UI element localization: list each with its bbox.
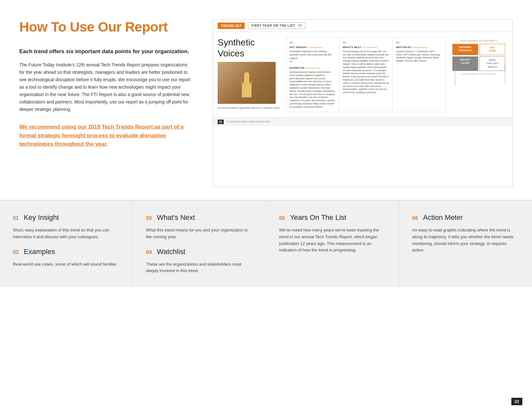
trend-card-preview: TREND 057 FIRST YEAR ON THE LIST 05 Synt… <box>213 19 513 187</box>
data-col-04: 04 WATCHLIST ●●●●●●●●●● Lyrebird; Amazon… <box>393 37 446 112</box>
left-content: How To Use Our Report Each trend offers … <box>19 19 200 187</box>
bottom-col-3: 05 Years On The List We've noted how man… <box>266 201 399 287</box>
bottom-section: 01 Key Insight Short, easy explanation o… <box>0 200 532 287</box>
col-04-bottom-heading: Watchlist <box>157 248 185 256</box>
col-03-title: WHAT'S NEXT ●●●●●●●●●● <box>343 45 389 49</box>
col-02-bottom-heading: Examples <box>24 248 55 256</box>
col-03-text: This technology can be fun to play with.… <box>343 50 389 94</box>
col-01-title: KEY INSIGHT ●●●●●●●●●● <box>290 45 336 49</box>
card-footer-copyright: © 2019 FUTURE TODAY INSTITUTE <box>227 120 270 123</box>
card-footer: fti © 2019 FUTURE TODAY INSTITUTE <box>213 117 512 126</box>
data-col-01: 01 KEY INSIGHT ●●●●●●●●●● Generative alg… <box>286 37 340 112</box>
col-04-bottom-num: 04 <box>146 250 152 255</box>
bottom-col-1: 01 Key Insight Short, easy explanation o… <box>0 201 133 287</box>
first-year-badge: FIRST YEAR ON THE LIST 05 <box>248 22 306 29</box>
card-body: Synthetic Voices It's now possible to ge… <box>213 32 512 117</box>
col-03-bottom-heading: What's Next <box>157 213 195 222</box>
fti-logo: fti <box>218 120 224 124</box>
card-image-caption: It's now possible to generate and use a … <box>218 106 282 110</box>
col-04-heading-row: 04 Watchlist <box>146 248 253 256</box>
col-06-bottom-text: An easy-to-read graphic indicating where… <box>412 227 519 254</box>
first-year-label: FIRST YEAR ON THE LIST <box>251 24 295 27</box>
action-meter-low-label: LOW DEGREE OF CERTAINTY <box>452 73 505 75</box>
first-year-num: 05 <box>298 24 302 27</box>
col-03-bottom-num: 03 <box>146 215 152 221</box>
col-01-bottom-heading: Key Insight <box>24 213 59 222</box>
action-meter-high-label: HIGH DEGREE OF CERTAINTY <box>452 40 505 42</box>
col-01-text: Generative algorithms are creating synth… <box>290 50 336 64</box>
col-01-num: 01 <box>290 41 336 45</box>
card-data-row: 01 KEY INSIGHT ●●●●●●●●●● Generative alg… <box>286 37 446 112</box>
data-col-03: 03 WHAT'S NEXT ●●●●●●●●●● This technolog… <box>340 37 393 112</box>
col-04-title: WATCHLIST ●●●●●●●●●● <box>396 45 442 49</box>
col-05-heading-row: 05 Years On The List <box>279 213 386 222</box>
meter-revisit-later: REVISITLATER <box>452 56 478 71</box>
action-meter-container: HIGH DEGREE OF CERTAINTY INFORMSSTRATEGY… <box>450 37 508 112</box>
col-examples-title: EXAMPLES ●●●●●●●●●● <box>290 66 336 70</box>
highlight-text: We recommend using our 2019 Tech Trends … <box>19 123 193 148</box>
col-03-bottom-text: What this trend means for you and your o… <box>146 227 253 240</box>
card-trend-title: Synthetic Voices <box>218 37 282 59</box>
top-section: How To Use Our Report Each trend offers … <box>0 0 532 200</box>
action-meter-grid: INFORMSSTRATEGY ACTNOW REVISITLATER KEEP… <box>452 44 505 71</box>
col-03-heading-row: 03 What's Next <box>146 213 253 222</box>
col-05-bottom-heading: Years On The List <box>290 213 346 222</box>
action-meter-x-axis: IMMEDIATE IMPACT <box>504 64 506 84</box>
col-02-heading-row: 02 Examples <box>13 248 120 256</box>
col-03-num: 03 <box>343 41 389 45</box>
body-text: The Future Today Institute's 12th annual… <box>19 61 193 113</box>
col-06-heading-row: 06 Action Meter <box>412 213 519 222</box>
col-examples-text: Montreal-based AI startup Lyrebird built… <box>290 71 336 109</box>
svg-rect-0 <box>244 72 249 84</box>
page-title: How To Use Our Report <box>19 19 193 35</box>
col-06-bottom-num: 06 <box>412 215 418 221</box>
card-header: TREND 057 FIRST YEAR ON THE LIST 05 <box>213 20 512 32</box>
meter-keep-watch: KEEPVIGILANTWATCH <box>479 56 505 71</box>
col-01-bottom-num: 01 <box>13 215 19 221</box>
meter-act-now: ACTNOW <box>479 44 505 55</box>
col-05-bottom-text: We've noted how many years we've been tr… <box>279 227 386 254</box>
col-01-bottom-text: Short, easy explanation of this trend so… <box>13 227 120 240</box>
action-meter-y-axis: LONGER-TERM IMPACT <box>454 63 456 86</box>
col-01-heading-row: 01 Key Insight <box>13 213 120 222</box>
col-02-bottom-num: 02 <box>13 250 19 255</box>
col-04-text: Lyrebird; Amazon; Y Combinator; MIT's CS… <box>396 50 442 63</box>
meter-informs-strategy: INFORMSSTRATEGY <box>452 44 478 55</box>
col-02-bottom-text: Real-world use cases, some of which will… <box>13 261 120 268</box>
subtitle: Each trend offers six important data poi… <box>19 48 193 55</box>
card-left-col: Synthetic Voices It's now possible to ge… <box>218 37 282 112</box>
trend-badge: TREND 057 <box>218 23 245 29</box>
col-06-bottom-heading: Action Meter <box>423 213 463 222</box>
col-04-sub-item: 04 Watchlist These are the organizations… <box>146 248 253 275</box>
col-04-bottom-text: These are the organizations and stakehol… <box>146 261 253 275</box>
card-data-section: 01 KEY INSIGHT ●●●●●●●●●● Generative alg… <box>286 37 446 112</box>
col-02-sub-item: 02 Examples Real-world use cases, some o… <box>13 248 120 268</box>
bottom-col-2: 03 What's Next What this trend means for… <box>133 201 266 287</box>
col-04-num: 04 <box>396 41 442 45</box>
page-number: 22 <box>511 398 522 405</box>
col-05-bottom-num: 05 <box>279 215 285 221</box>
card-image <box>218 62 276 104</box>
bottom-col-4: 06 Action Meter An easy-to-read graphic … <box>399 201 532 287</box>
